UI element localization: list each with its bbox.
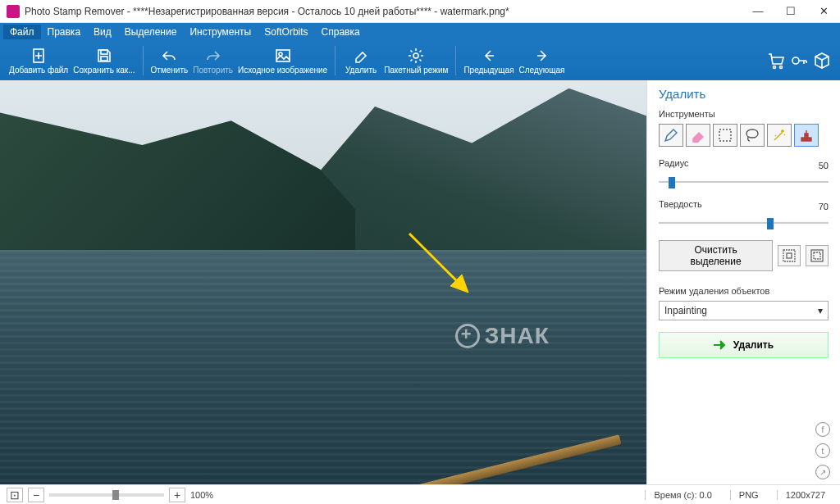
undo-icon xyxy=(161,48,177,64)
radius-label: Радиус xyxy=(659,158,689,168)
hardness-label: Твердость xyxy=(659,199,702,209)
svg-point-5 xyxy=(413,53,418,58)
menu-file[interactable]: Файл xyxy=(3,25,41,39)
arrow-left-icon xyxy=(481,48,497,64)
menu-edit[interactable]: Правка xyxy=(41,25,88,39)
magic-wand-tool[interactable] xyxy=(767,124,792,147)
zoom-percent: 100% xyxy=(190,490,213,500)
image-canvas[interactable]: ЗНАК xyxy=(0,80,646,484)
prev-button[interactable]: Предыдущая xyxy=(461,43,516,79)
svg-rect-1 xyxy=(101,50,107,54)
zoom-fit-button[interactable]: ⊡ xyxy=(7,488,23,502)
plus-page-icon xyxy=(30,48,47,64)
zoom-slider[interactable] xyxy=(49,493,164,497)
tools-row xyxy=(659,124,829,147)
clear-selection-button[interactable]: Очистить выделение xyxy=(659,240,773,271)
hardness-slider[interactable] xyxy=(659,217,829,229)
twitter-icon[interactable]: t xyxy=(815,443,830,458)
menu-view[interactable]: Вид xyxy=(87,25,118,39)
svg-rect-2 xyxy=(101,57,107,61)
sidebar-title: Удалить xyxy=(659,87,829,101)
arrow-right-icon xyxy=(534,48,550,64)
pencil-tool[interactable] xyxy=(659,124,683,147)
radius-slider[interactable] xyxy=(659,176,829,188)
original-image-button[interactable]: Исходное изображение xyxy=(235,43,330,79)
arrow-right-bold-icon xyxy=(714,340,727,350)
svg-point-8 xyxy=(792,57,799,64)
redo-icon xyxy=(205,48,221,64)
watermark: ЗНАК xyxy=(455,323,550,349)
undo-label: Отменить xyxy=(151,66,189,75)
lasso-tool[interactable] xyxy=(740,124,765,147)
removal-mode-label: Режим удаления объектов xyxy=(659,286,829,296)
package-icon[interactable] xyxy=(810,43,833,79)
share-icon[interactable]: ↗ xyxy=(815,465,830,479)
sidebar: Удалить Инструменты Радиус 50 Твердость … xyxy=(646,80,840,484)
batch-mode-button[interactable]: Пакетный режим xyxy=(381,43,450,79)
menu-softorbits[interactable]: SoftOrbits xyxy=(258,25,314,39)
annotation-arrow xyxy=(401,225,483,307)
redo-label: Повторить xyxy=(193,66,233,75)
key-icon[interactable] xyxy=(788,43,810,79)
menu-tools[interactable]: Инструменты xyxy=(183,25,258,39)
remove-label: Удалить xyxy=(345,66,377,75)
main-area: ЗНАК Удалить Инструменты Радиус 50 Тверд… xyxy=(0,80,840,484)
menu-help[interactable]: Справка xyxy=(315,25,367,39)
watermark-text: ЗНАК xyxy=(485,323,550,349)
remove-action-button[interactable]: Удалить xyxy=(659,332,829,358)
clone-stamp-tool[interactable] xyxy=(794,124,819,147)
next-label: Следующая xyxy=(519,66,565,75)
eraser-tool[interactable] xyxy=(686,124,710,147)
svg-point-7 xyxy=(780,66,783,69)
grow-selection-button[interactable] xyxy=(806,245,829,266)
close-button[interactable]: ✕ xyxy=(807,0,840,23)
removal-mode-select[interactable]: Inpainting ▾ xyxy=(659,301,829,320)
next-button[interactable]: Следующая xyxy=(517,43,568,79)
svg-rect-15 xyxy=(814,252,820,259)
social-links: f t ↗ xyxy=(815,422,830,479)
status-dimensions: 1200x727 xyxy=(777,490,833,500)
hardness-value: 70 xyxy=(819,202,829,211)
chevron-down-icon: ▾ xyxy=(818,305,823,316)
add-file-label: Добавить файл xyxy=(9,66,68,75)
save-icon xyxy=(96,48,112,64)
facebook-icon[interactable]: f xyxy=(815,422,830,437)
batch-label: Пакетный режим xyxy=(384,66,448,75)
svg-rect-14 xyxy=(787,253,792,258)
app-icon xyxy=(7,5,20,18)
svg-point-6 xyxy=(774,66,776,69)
zoom-out-button[interactable]: − xyxy=(28,488,44,502)
svg-rect-13 xyxy=(783,250,795,261)
zoom-in-button[interactable]: + xyxy=(169,488,185,502)
radius-value: 50 xyxy=(819,161,829,170)
svg-rect-16 xyxy=(811,250,823,261)
zoom-control: ⊡ − + 100% xyxy=(7,488,213,502)
menu-selection[interactable]: Выделение xyxy=(118,25,184,39)
maximize-button[interactable]: ☐ xyxy=(774,0,807,23)
ribbon-toolbar: Добавить файл Сохранить как... Отменить … xyxy=(0,41,840,80)
cart-icon[interactable] xyxy=(765,43,788,79)
marquee-tool[interactable] xyxy=(713,124,737,147)
status-format: PNG xyxy=(730,490,767,500)
undo-button[interactable]: Отменить xyxy=(148,43,191,79)
image-icon xyxy=(275,48,291,64)
redo-button[interactable]: Повторить xyxy=(190,43,235,79)
status-time: Время (с): 0.0 xyxy=(645,490,719,500)
remove-button[interactable]: Удалить xyxy=(340,43,381,79)
eraser-icon xyxy=(353,48,369,64)
status-bar: ⊡ − + 100% Время (с): 0.0 PNG 1200x727 xyxy=(0,484,840,504)
save-as-label: Сохранить как... xyxy=(73,66,135,75)
tools-label: Инструменты xyxy=(659,109,829,119)
add-file-button[interactable]: Добавить файл xyxy=(7,43,71,79)
save-as-button[interactable]: Сохранить как... xyxy=(71,43,137,79)
removal-mode-value: Inpainting xyxy=(664,305,707,316)
minimize-button[interactable]: — xyxy=(742,0,774,23)
titlebar: Photo Stamp Remover - ****Незарегистриро… xyxy=(0,0,840,23)
shrink-selection-button[interactable] xyxy=(778,245,801,266)
prev-label: Предыдущая xyxy=(463,66,514,75)
menubar: Файл Правка Вид Выделение Инструменты So… xyxy=(0,23,840,41)
svg-rect-3 xyxy=(276,50,290,61)
remove-action-label: Удалить xyxy=(733,339,774,351)
svg-rect-12 xyxy=(801,138,811,141)
original-label: Исходное изображение xyxy=(238,66,327,75)
